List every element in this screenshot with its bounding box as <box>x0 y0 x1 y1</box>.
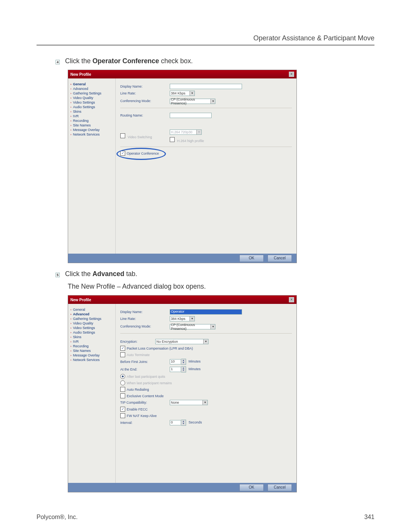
ok-button[interactable]: OK <box>239 255 264 262</box>
page-footer: Polycom®, Inc. 341 <box>37 514 374 521</box>
plc-checkbox[interactable]: ✓ <box>120 346 125 351</box>
sidebar-item-label: Network Services <box>73 358 100 362</box>
close-icon[interactable]: × <box>289 72 294 77</box>
display-name-input[interactable]: Operator <box>170 309 242 315</box>
line-rate-select[interactable]: 384 Kbps▾ <box>170 316 195 321</box>
dialog-title: New Profile <box>70 72 91 77</box>
sidebar-item-recording[interactable]: ›Recording <box>70 119 113 123</box>
sidebar-item-label: General <box>73 308 85 312</box>
chevron-down-icon: ▾ <box>210 99 215 104</box>
chevron-right-icon: › <box>70 128 72 132</box>
sidebar-item-label: Site Names <box>73 349 91 353</box>
sidebar-item-advanced[interactable]: ›Advanced <box>70 87 113 91</box>
step-4: 4Click the Operator Conference check box… <box>56 57 374 65</box>
chevron-right-icon: › <box>70 358 72 362</box>
spinner-arrows-icon: ▲▼ <box>181 366 186 372</box>
sidebar-item-video-settings[interactable]: ›Video Settings <box>70 101 113 104</box>
ok-button[interactable]: OK <box>239 484 264 491</box>
sidebar-item-skins[interactable]: ›Skins <box>70 335 113 339</box>
operator-conference-label: Operator Conference <box>127 152 159 155</box>
label-line-rate: Line Rate: <box>120 91 170 95</box>
conf-mode-select[interactable]: CP (Continuous Presence)▾ <box>170 324 215 329</box>
label-interval: Interval: <box>120 421 170 425</box>
display-name-input[interactable] <box>170 84 242 89</box>
auto-terminate-checkbox <box>120 352 125 357</box>
sidebar-item-general[interactable]: ›General <box>70 82 113 86</box>
sidebar-item-site-names[interactable]: ›Site Names <box>70 123 113 127</box>
sidebar-item-gathering-settings[interactable]: ›Gathering Settings <box>70 317 113 321</box>
dialog-title: New Profile <box>70 298 91 302</box>
sidebar-item-audio-settings[interactable]: ›Audio Settings <box>70 105 113 109</box>
auto-redialing-checkbox[interactable] <box>120 387 125 392</box>
sidebar-item-label: Gathering Settings <box>73 317 102 321</box>
spinner-arrows-icon: ▲▼ <box>181 359 186 365</box>
chevron-right-icon: › <box>70 322 72 325</box>
new-profile-dialog-general: New Profile × ›General›Advanced›Gatherin… <box>68 70 297 263</box>
sidebar-item-video-quality[interactable]: ›Video Quality <box>70 321 113 325</box>
auto-redialing-label: Auto Redialing <box>127 388 149 391</box>
sidebar-item-network-services[interactable]: ›Network Services <box>70 133 113 136</box>
sidebar-item-video-quality[interactable]: ›Video Quality <box>70 96 113 100</box>
line-rate-select[interactable]: 384 Kbps▾ <box>170 91 195 96</box>
conf-mode-select[interactable]: CP (Continuous Presence)▾ <box>170 99 215 104</box>
exclusive-content-label: Exclusive Content Mode <box>127 394 164 398</box>
sidebar-item-label: Video Quality <box>73 321 93 325</box>
sidebar-item-site-names[interactable]: ›Site Names <box>70 349 113 353</box>
exclusive-content-checkbox[interactable] <box>120 393 125 398</box>
sidebar-item-label: Audio Settings <box>73 331 95 334</box>
sidebar-item-recording[interactable]: ›Recording <box>70 344 113 348</box>
hd-select: H.264 720p30▾ <box>170 129 202 135</box>
sidebar-item-video-settings[interactable]: ›Video Settings <box>70 326 113 330</box>
chevron-right-icon: › <box>70 92 72 95</box>
chevron-right-icon: › <box>70 308 72 312</box>
sidebar-item-label: Advanced <box>73 312 89 316</box>
sidebar: ›General›Advanced›Gathering Settings›Vid… <box>68 78 115 254</box>
before-first-spinner[interactable]: 10 ▲▼ <box>170 359 186 365</box>
enable-fecc-checkbox[interactable]: ✓ <box>120 407 125 412</box>
sidebar-item-ivr[interactable]: ›IVR <box>70 340 113 343</box>
label-at-end: At the End: <box>120 367 170 371</box>
sidebar-item-network-services[interactable]: ›Network Services <box>70 358 113 362</box>
encryption-select[interactable]: No Encryption▾ <box>155 339 209 344</box>
sidebar-item-label: Skins <box>73 110 81 113</box>
label-tip: TIP Compatibility: <box>120 401 170 404</box>
chevron-right-icon: › <box>70 313 72 316</box>
video-switching-checkbox <box>120 133 125 138</box>
sidebar-item-label: Gathering Settings <box>73 91 102 95</box>
operator-conference-checkbox[interactable]: ✓ <box>120 151 125 156</box>
sidebar-item-ivr[interactable]: ›IVR <box>70 114 113 118</box>
sidebar-item-gathering-settings[interactable]: ›Gathering Settings <box>70 91 113 95</box>
radio-when-label: When last participant remains <box>127 381 172 385</box>
sidebar-item-skins[interactable]: ›Skins <box>70 110 113 113</box>
button-bar: OK Cancel <box>68 254 296 263</box>
chevron-right-icon: › <box>70 335 72 339</box>
at-end-spinner[interactable]: 1 ▲▼ <box>170 366 186 372</box>
chevron-right-icon: › <box>70 101 72 104</box>
label-conf-mode: Conferencing Mode: <box>120 324 170 328</box>
sidebar-item-advanced[interactable]: ›Advanced <box>70 312 113 316</box>
label-encryption: Encryption: <box>120 340 155 343</box>
cancel-button[interactable]: Cancel <box>268 255 292 262</box>
sidebar-item-message-overlay[interactable]: ›Message Overlay <box>70 353 113 357</box>
close-icon[interactable]: × <box>289 297 294 302</box>
sidebar-item-label: General <box>73 82 86 86</box>
chevron-right-icon: › <box>70 83 72 86</box>
step-5-result: The New Profile – Advanced dialog box op… <box>68 283 374 291</box>
plc-label: Packet Loss Compensation (LPR and DBA) <box>127 347 193 350</box>
chevron-right-icon: › <box>70 349 72 353</box>
fw-nat-checkbox[interactable] <box>120 413 125 418</box>
label-conf-mode: Conferencing Mode: <box>120 99 170 103</box>
routing-name-input[interactable] <box>170 113 212 118</box>
sidebar-item-message-overlay[interactable]: ›Message Overlay <box>70 128 113 132</box>
sidebar-item-audio-settings[interactable]: ›Audio Settings <box>70 331 113 334</box>
chevron-right-icon: › <box>70 345 72 348</box>
chevron-right-icon: › <box>70 110 72 113</box>
interval-spinner[interactable]: 0 ▲▼ <box>170 420 186 426</box>
minutes-label: Minutes <box>189 367 201 371</box>
cancel-button[interactable]: Cancel <box>268 484 292 491</box>
tip-select[interactable]: None▾ <box>170 400 208 405</box>
sidebar-item-general[interactable]: ›General <box>70 308 113 312</box>
chevron-right-icon: › <box>70 124 72 127</box>
sidebar-item-label: Site Names <box>73 123 91 127</box>
auto-terminate-label: Auto Terminate <box>127 353 150 357</box>
